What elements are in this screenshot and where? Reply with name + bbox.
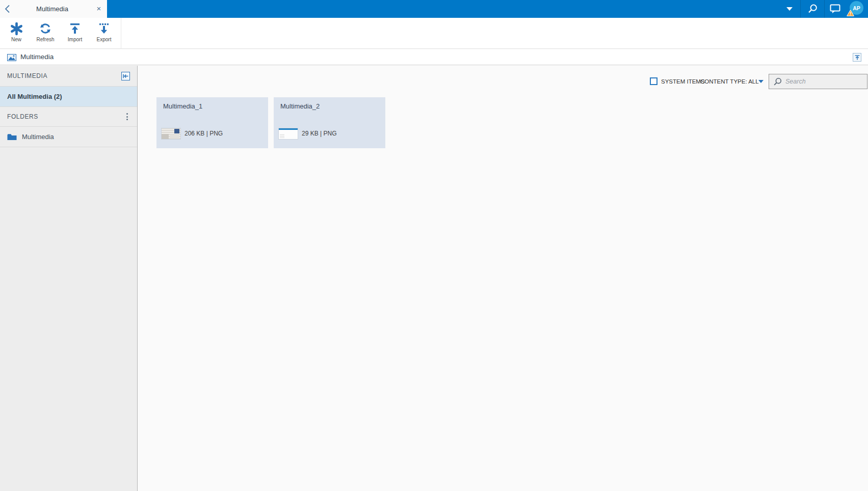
export-down-arrow-icon — [89, 20, 119, 37]
search-box — [769, 74, 867, 89]
topbar-divider — [824, 0, 825, 18]
asset-meta: 29 KB | PNG — [302, 130, 336, 137]
active-tab[interactable]: Multimedia × — [0, 0, 107, 18]
sidebar-section-title: MULTIMEDIA — [0, 66, 137, 87]
folders-header-text: FOLDERS — [7, 113, 38, 120]
asterisk-icon — [2, 20, 31, 37]
import-button-label: Import — [60, 37, 90, 42]
warning-badge-icon — [847, 9, 854, 18]
back-icon[interactable] — [5, 5, 11, 13]
toolbar: New Refresh Import — [0, 18, 868, 49]
sidebar-item-multimedia-folder[interactable]: Multimedia — [0, 127, 137, 147]
collapse-panel-icon[interactable] — [121, 72, 130, 80]
asset-meta: 206 KB | PNG — [185, 130, 223, 137]
image-icon — [7, 54, 16, 63]
folder-icon — [7, 133, 17, 141]
topbar: Multimedia × AP — [0, 0, 868, 18]
import-up-arrow-icon — [60, 20, 90, 37]
asset-card-multimedia-2[interactable]: Multimedia_2 29 KB | PNG — [274, 97, 385, 148]
new-button[interactable]: New — [2, 20, 31, 47]
asset-thumbnail — [162, 128, 180, 139]
collapse-ribbon-icon[interactable] — [853, 53, 861, 62]
sidebar-section-title-text: MULTIMEDIA — [7, 72, 47, 79]
breadcrumb-bar: Multimedia — [0, 49, 868, 65]
sidebar-item-label: All Multimedia (2) — [7, 93, 62, 100]
kebab-menu-icon[interactable] — [124, 113, 130, 121]
content-type-dropdown[interactable]: CONTENT TYPE: ALL — [700, 78, 759, 86]
search-icon — [773, 77, 782, 86]
chat-bubble-icon[interactable] — [830, 4, 840, 16]
topbar-divider — [800, 0, 801, 18]
sidebar-folders-header: FOLDERS — [0, 107, 137, 127]
sidebar: MULTIMEDIA All Multimedia (2) FOLDERS Mu… — [0, 66, 138, 491]
folder-item-label: Multimedia — [22, 133, 54, 141]
asset-title: Multimedia_1 — [163, 102, 202, 110]
tab-title: Multimedia — [15, 0, 89, 18]
new-button-label: New — [2, 37, 31, 42]
refresh-icon — [31, 20, 60, 37]
asset-card-multimedia-1[interactable]: Multimedia_1 206 KB | PNG — [156, 97, 268, 148]
toolbar-divider — [121, 18, 121, 48]
content-type-caret-icon[interactable] — [758, 80, 764, 83]
tab-close-icon[interactable]: × — [93, 0, 104, 18]
search-input[interactable] — [785, 78, 863, 85]
asset-title: Multimedia_2 — [280, 102, 320, 110]
topbar-search-icon[interactable] — [807, 4, 818, 16]
export-button[interactable]: Export — [89, 20, 119, 47]
sidebar-item-all-multimedia[interactable]: All Multimedia (2) — [0, 87, 137, 107]
refresh-button-label: Refresh — [31, 37, 60, 42]
asset-thumbnail — [279, 128, 298, 139]
import-button[interactable]: Import — [60, 20, 90, 47]
refresh-button[interactable]: Refresh — [31, 20, 60, 47]
export-button-label: Export — [89, 37, 119, 42]
topbar-chevron-down-icon[interactable] — [786, 7, 793, 11]
page-title: Multimedia — [20, 49, 54, 65]
system-items-label: SYSTEM ITEMS — [661, 78, 705, 86]
system-items-checkbox[interactable] — [650, 77, 657, 85]
